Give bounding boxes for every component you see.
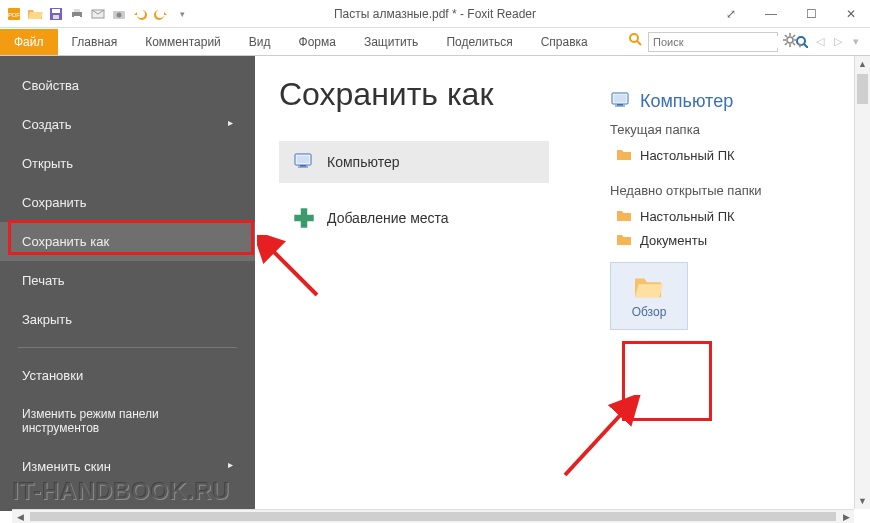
folder-current[interactable]: Настольный ПК [610,143,830,167]
recent-folders-label: Недавно открытые папки [610,183,830,198]
sidebar-item-save-as[interactable]: Сохранить как [0,222,255,261]
scroll-right-icon[interactable]: ▶ [838,510,854,523]
tab-view[interactable]: Вид [235,29,285,55]
tab-file[interactable]: Файл [0,29,58,55]
sidebar-label: Создать [22,117,71,132]
location-add-place[interactable]: Добавление места [279,197,549,239]
folder-icon [616,232,632,248]
scroll-left-icon[interactable]: ◀ [12,510,28,523]
sidebar-item-preferences[interactable]: Установки [0,356,255,395]
nav-forward-icon[interactable]: ▷ [830,35,846,48]
tab-home[interactable]: Главная [58,29,132,55]
file-menu-sidebar: Свойства Создать▸ Открыть Сохранить Сохр… [0,56,255,511]
computer-icon [610,90,632,112]
sidebar-item-properties[interactable]: Свойства [0,66,255,105]
tab-help[interactable]: Справка [527,29,602,55]
computer-icon [293,151,315,173]
folder-recent-1[interactable]: Документы [610,228,830,252]
vscroll-thumb[interactable] [857,74,868,104]
maximize-button[interactable]: ☐ [796,4,826,24]
browse-button[interactable]: Обзор [610,262,688,330]
settings-icon[interactable]: ▾ [782,32,802,52]
sidebar-item-print[interactable]: Печать [0,261,255,300]
folder-name: Настольный ПК [640,209,735,224]
window-title: Пасты алмазные.pdf * - Foxit Reader [334,7,536,21]
sidebar-item-close[interactable]: Закрыть [0,300,255,339]
qat-dropdown-icon[interactable]: ▾ [172,4,192,24]
scroll-down-icon[interactable]: ▼ [855,493,870,509]
minimize-button[interactable]: — [756,4,786,24]
app-icon[interactable] [4,4,24,24]
tab-protect[interactable]: Защитить [350,29,432,55]
panel-title-text: Компьютер [640,91,733,112]
sidebar-item-toolbar-mode[interactable]: Изменить режим панели инструментов [0,395,255,447]
plus-icon [293,207,315,229]
redo-icon[interactable] [151,4,171,24]
sidebar-separator [18,347,237,348]
location-computer[interactable]: Компьютер [279,141,549,183]
search-tab-icon[interactable] [628,32,644,52]
scroll-up-icon[interactable]: ▲ [855,56,870,72]
nav-back-icon[interactable]: ◁ [812,35,828,48]
folder-icon [616,147,632,163]
folder-name: Документы [640,233,707,248]
undo-icon[interactable] [130,4,150,24]
vertical-scrollbar[interactable]: ▲ ▼ [854,56,870,509]
horizontal-scrollbar[interactable]: ◀ ▶ [12,509,854,523]
quick-access-toolbar: ▾ [0,4,192,24]
sidebar-item-create[interactable]: Создать▸ [0,105,255,144]
sidebar-item-open[interactable]: Открыть [0,144,255,183]
folder-icon [616,208,632,224]
location-label: Компьютер [327,154,399,170]
sidebar-item-save[interactable]: Сохранить [0,183,255,222]
titlebar: ▾ Пасты алмазные.pdf * - Foxit Reader ⤢ … [0,0,870,28]
computer-detail-panel: Компьютер Текущая папка Настольный ПК Не… [610,90,830,330]
location-label: Добавление места [327,210,449,226]
folder-name: Настольный ПК [640,148,735,163]
save-icon[interactable] [46,4,66,24]
folder-recent-0[interactable]: Настольный ПК [610,204,830,228]
print-icon[interactable] [67,4,87,24]
tab-form[interactable]: Форма [285,29,350,55]
sidebar-label: Изменить скин [22,459,111,474]
nav-menu-icon[interactable]: ▾ [848,35,864,48]
hscroll-thumb[interactable] [30,512,836,521]
search-input[interactable] [649,36,795,48]
close-button[interactable]: ✕ [836,4,866,24]
ribbon-tabs: Файл Главная Комментарий Вид Форма Защит… [0,28,870,56]
ribbon-collapse-icon[interactable]: ⤢ [716,4,746,24]
panel-title: Компьютер [610,90,830,112]
tab-comment[interactable]: Комментарий [131,29,235,55]
open-icon[interactable] [25,4,45,24]
browse-label: Обзор [632,305,667,319]
tab-share[interactable]: Поделиться [432,29,526,55]
watermark: IT-HANDBOOK.RU [12,477,230,505]
folder-open-icon [633,273,665,301]
current-folder-label: Текущая папка [610,122,830,137]
snapshot-icon[interactable] [109,4,129,24]
search-box[interactable] [648,32,778,52]
email-icon[interactable] [88,4,108,24]
